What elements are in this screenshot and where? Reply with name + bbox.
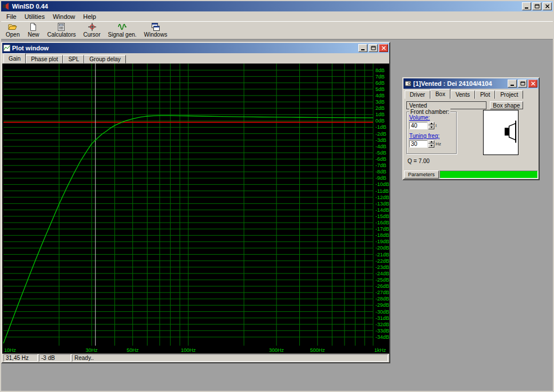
toolbar-new-label: New (27, 31, 39, 38)
tuning-spin-down-icon[interactable] (428, 144, 434, 148)
vented-window-titlebar[interactable]: [1]Vented : Dei 24104/4104 (403, 78, 539, 89)
vented-maximize-button[interactable] (518, 80, 527, 88)
svg-text:-9dB: -9dB (375, 175, 386, 181)
gain-chart: 8dB7dB6dB5dB4dB3dB2dB1dB0dB-1dB-2dB-3dB-… (2, 64, 389, 354)
parameters-tab[interactable]: Parameters (404, 171, 439, 179)
winisd-app-icon (2, 2, 10, 10)
volume-input[interactable] (409, 122, 428, 129)
svg-text:-32dB: -32dB (375, 322, 389, 327)
svg-text:-2dB: -2dB (375, 131, 386, 137)
vented-bottom-bar: Parameters (403, 171, 539, 179)
toolbar-windows-button[interactable]: Windows (143, 22, 169, 39)
box-tab-panel: Vented Box shape Front chamber: Volume: … (403, 99, 539, 171)
toolbar-signal-gen-button[interactable]: Signal gen. (106, 22, 138, 39)
main-titlebar[interactable]: WinISD 0.44 (1, 1, 553, 11)
plot-statusbar: 31,45 Hz -3 dB Ready.. (2, 354, 389, 362)
svg-text:-14dB: -14dB (375, 207, 389, 213)
open-folder-icon (8, 22, 17, 31)
svg-text:-19dB: -19dB (375, 239, 389, 244)
vented-tab-bar: Driver Box Vents Plot Project (403, 89, 539, 99)
vented-minimize-button[interactable] (508, 80, 517, 88)
plot-window-title: Plot window (12, 45, 357, 52)
svg-text:-11dB: -11dB (375, 188, 389, 194)
menu-window[interactable]: Window (49, 13, 79, 21)
svg-text:-26dB: -26dB (375, 283, 389, 289)
svg-text:2dB: 2dB (375, 105, 385, 111)
gain-plot-area[interactable]: 8dB7dB6dB5dB4dB3dB2dB1dB0dB-1dB-2dB-3dB-… (2, 64, 389, 354)
menu-file[interactable]: File (2, 13, 21, 21)
toolbar-windows-label: Windows (144, 31, 168, 38)
svg-text:-1dB: -1dB (375, 124, 386, 130)
tab-driver[interactable]: Driver (405, 90, 430, 99)
svg-text:-30dB: -30dB (375, 309, 389, 315)
box-type-dropdown[interactable]: Vented (406, 101, 486, 109)
svg-text:100Hz: 100Hz (181, 347, 196, 353)
svg-text:-3dB: -3dB (375, 137, 386, 143)
svg-text:-8dB: -8dB (375, 169, 386, 175)
volume-spinner[interactable] (428, 122, 434, 129)
tab-vents[interactable]: Vents (450, 90, 475, 99)
toolbar-new-button[interactable]: New (25, 22, 41, 39)
svg-text:-25dB: -25dB (375, 277, 389, 283)
svg-text:50Hz: 50Hz (126, 347, 139, 353)
main-maximize-button[interactable] (532, 2, 541, 10)
svg-text:3dB: 3dB (375, 99, 385, 105)
svg-text:-7dB: -7dB (375, 163, 386, 168)
svg-text:-27dB: -27dB (375, 290, 389, 295)
main-close-button[interactable] (543, 2, 552, 10)
svg-text:1kHz: 1kHz (374, 347, 386, 353)
toolbar-cursor-label: Cursor (84, 31, 101, 38)
volume-label[interactable]: Volume: (409, 114, 456, 121)
plot-minimize-button[interactable] (358, 44, 367, 52)
q-value-text: Q = 7.00 (407, 158, 430, 164)
toolbar-calculators-button[interactable]: Calculators (45, 22, 77, 39)
volume-spin-down-icon[interactable] (428, 125, 434, 129)
calculator-icon (57, 22, 66, 31)
svg-text:-13dB: -13dB (375, 201, 389, 207)
tab-project[interactable]: Project (495, 90, 523, 99)
toolbar-open-button[interactable]: Open (4, 22, 21, 39)
tab-gain[interactable]: Gain (3, 53, 26, 64)
svg-text:8dB: 8dB (375, 68, 385, 73)
box-shape-button[interactable]: Box shape (490, 101, 523, 109)
tab-spl[interactable]: SPL (63, 55, 84, 64)
svg-text:-21dB: -21dB (375, 252, 389, 258)
new-document-icon (29, 22, 38, 31)
main-minimize-button[interactable] (522, 2, 531, 10)
svg-text:-33dB: -33dB (375, 328, 389, 334)
svg-text:-10dB: -10dB (375, 181, 389, 187)
tuning-freq-unit-label: Hz (436, 141, 441, 146)
menu-utilities[interactable]: Utilities (21, 13, 49, 21)
svg-text:-16dB: -16dB (375, 220, 389, 225)
toolbar-cursor-button[interactable]: Cursor (82, 22, 102, 39)
svg-text:-17dB: -17dB (375, 226, 389, 232)
svg-text:-18dB: -18dB (375, 232, 389, 238)
plot-maximize-button[interactable] (369, 44, 378, 52)
tab-group-delay[interactable]: Group delay (84, 55, 125, 64)
tuning-freq-spinner[interactable] (428, 140, 434, 148)
svg-text:-12dB: -12dB (375, 195, 389, 200)
vented-project-window: [1]Vented : Dei 24104/4104 Driver Box Ve… (402, 77, 540, 180)
svg-text:6dB: 6dB (375, 80, 385, 86)
tuning-freq-label[interactable]: Tuning freq: (409, 133, 456, 139)
tab-phase-plot[interactable]: Phase plot (26, 55, 63, 64)
svg-text:-4dB: -4dB (375, 144, 386, 149)
cursor-crosshair-icon (88, 22, 97, 31)
toolbar-open-label: Open (6, 31, 19, 38)
svg-text:0dB: 0dB (375, 118, 385, 124)
vented-close-button[interactable] (528, 80, 537, 88)
tab-box[interactable]: Box (430, 89, 450, 99)
plot-window-titlebar[interactable]: Plot window (2, 43, 389, 53)
plot-tab-bar: Gain Phase plot SPL Group delay (2, 53, 389, 64)
plot-close-button[interactable] (379, 44, 388, 52)
svg-text:1dB: 1dB (375, 112, 385, 117)
svg-text:30Hz: 30Hz (86, 347, 98, 353)
tab-plot[interactable]: Plot (475, 90, 495, 99)
box-shape-drawing (483, 110, 519, 155)
menu-help[interactable]: Help (79, 13, 100, 21)
main-window-title: WinISD 0.44 (12, 3, 520, 10)
svg-text:-20dB: -20dB (375, 245, 389, 251)
svg-text:10Hz: 10Hz (4, 347, 17, 353)
tuning-freq-input[interactable] (409, 140, 428, 148)
toolbar: Open New Calculators Cursor Signal gen. (1, 21, 553, 39)
